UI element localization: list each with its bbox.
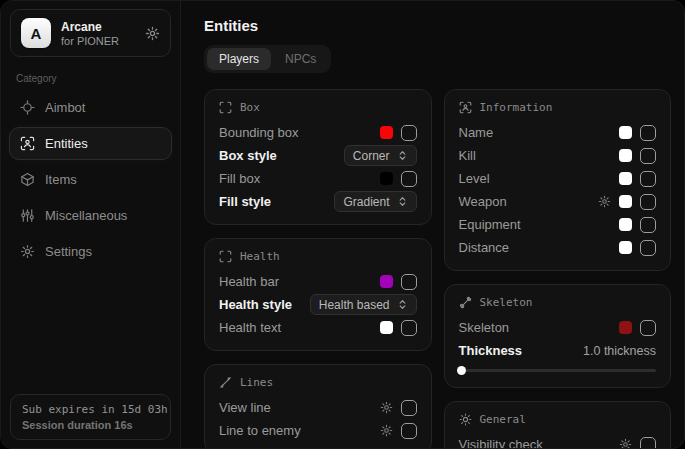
checkbox[interactable] — [401, 423, 417, 439]
gear-icon[interactable] — [380, 424, 393, 437]
selected-value: Corner — [353, 149, 390, 163]
row-label: Fill style — [219, 194, 334, 209]
row-health-bar: Health bar — [219, 270, 417, 293]
checkbox[interactable] — [401, 274, 417, 290]
color-swatch[interactable] — [380, 275, 393, 288]
row-label: Kill — [459, 148, 620, 163]
color-swatch[interactable] — [380, 172, 393, 185]
color-swatch[interactable] — [619, 172, 632, 185]
panel-title: General — [480, 413, 526, 426]
checkbox[interactable] — [640, 194, 656, 210]
row-label: Equipment — [459, 217, 620, 232]
color-swatch[interactable] — [619, 126, 632, 139]
row-label: Box style — [219, 148, 344, 163]
subscription-info-card: Sub expires in 15d 03h Session duration … — [10, 394, 171, 440]
color-swatch[interactable] — [619, 321, 632, 334]
scan-icon — [20, 136, 35, 151]
row-thickness: Thickness 1.0 thickness — [459, 339, 657, 362]
row-label: Name — [459, 125, 620, 140]
checkbox[interactable] — [640, 320, 656, 336]
row-bounding-box: Bounding box — [219, 121, 417, 144]
sidebar-item-label: Aimbot — [45, 100, 85, 115]
health-brackets-icon — [219, 250, 232, 263]
tab-players[interactable]: Players — [207, 48, 271, 70]
checkbox[interactable] — [640, 240, 656, 256]
color-swatch[interactable] — [619, 195, 632, 208]
category-label: Category — [16, 73, 165, 84]
row-distance: Distance — [459, 236, 657, 259]
sidebar-nav: Aimbot Entities Items — [1, 91, 180, 268]
brand-card: A Arcane for PIONER — [10, 9, 171, 57]
sidebar-item-items[interactable]: Items — [9, 163, 172, 196]
row-health-style: Health style Health based — [219, 293, 417, 316]
checkbox[interactable] — [401, 400, 417, 416]
checkbox[interactable] — [401, 320, 417, 336]
color-swatch[interactable] — [619, 218, 632, 231]
gear-icon — [20, 244, 35, 259]
color-swatch[interactable] — [619, 149, 632, 162]
row-label: Level — [459, 171, 620, 186]
checkbox[interactable] — [640, 148, 656, 164]
row-skeleton: Skeleton — [459, 316, 657, 339]
thickness-slider[interactable] — [459, 369, 657, 372]
row-name: Name — [459, 121, 657, 144]
info-scan-icon — [459, 101, 472, 114]
panel-box: Box Bounding box Box style Corne — [204, 89, 432, 225]
color-swatch[interactable] — [619, 241, 632, 254]
fill-style-select[interactable]: Gradient — [334, 191, 416, 212]
row-equipment: Equipment — [459, 213, 657, 236]
sidebar-item-miscellaneous[interactable]: Miscellaneous — [9, 199, 172, 232]
box-style-select[interactable]: Corner — [344, 145, 417, 166]
row-box-style: Box style Corner — [219, 144, 417, 167]
sidebar-item-settings[interactable]: Settings — [9, 235, 172, 268]
checkbox[interactable] — [640, 217, 656, 233]
health-style-select[interactable]: Health based — [310, 294, 417, 315]
row-fill-style: Fill style Gradient — [219, 190, 417, 213]
sidebar-item-label: Entities — [45, 136, 88, 151]
row-view-line: View line — [219, 396, 417, 419]
checkbox[interactable] — [640, 125, 656, 141]
checkbox[interactable] — [640, 171, 656, 187]
row-label: Weapon — [459, 194, 599, 209]
sidebar-item-label: Items — [45, 172, 77, 187]
row-weapon: Weapon — [459, 190, 657, 213]
gear-icon[interactable] — [598, 195, 611, 208]
panel-health: Health Health bar Health style H — [204, 238, 432, 351]
row-label: Distance — [459, 240, 620, 255]
sidebar-item-label: Settings — [45, 244, 92, 259]
gear-icon[interactable] — [145, 26, 160, 41]
panel-title: Health — [240, 250, 280, 263]
row-label: View line — [219, 400, 380, 415]
package-icon — [20, 172, 35, 187]
panel-skeleton: Skeleton Skeleton Thickness 1.0 thicknes… — [444, 284, 672, 388]
tab-group: Players NPCs — [204, 45, 331, 73]
sidebar-item-aimbot[interactable]: Aimbot — [9, 91, 172, 124]
crosshair-icon — [20, 100, 35, 115]
brand-logo: A — [21, 18, 51, 48]
sub-expires-text: Sub expires in 15d 03h — [22, 403, 159, 416]
brand-name: Arcane — [61, 20, 119, 34]
session-duration-text: Session duration 16s — [22, 419, 159, 431]
panel-lines: Lines View line — [204, 364, 432, 448]
row-line-to-enemy: Line to enemy — [219, 419, 417, 442]
tab-npcs[interactable]: NPCs — [273, 48, 328, 70]
color-swatch[interactable] — [380, 126, 393, 139]
panel-title: Information — [480, 101, 553, 114]
row-label: Health bar — [219, 274, 380, 289]
slider-thumb[interactable] — [457, 366, 466, 375]
checkbox[interactable] — [401, 125, 417, 141]
sidebar-item-entities[interactable]: Entities — [9, 127, 172, 160]
color-swatch[interactable] — [380, 321, 393, 334]
app-window: A Arcane for PIONER Category Aim — [0, 0, 685, 449]
sidebar-item-label: Miscellaneous — [45, 208, 127, 223]
row-level: Level — [459, 167, 657, 190]
gear-icon[interactable] — [619, 438, 632, 448]
checkbox[interactable] — [401, 171, 417, 187]
panel-title: Skeleton — [480, 296, 533, 309]
row-health-text: Health text — [219, 316, 417, 339]
checkbox[interactable] — [640, 437, 656, 449]
brand-subtitle: for PIONER — [61, 35, 119, 47]
gear-icon[interactable] — [380, 401, 393, 414]
row-label: Thickness — [459, 343, 584, 358]
sidebar: A Arcane for PIONER Category Aim — [1, 1, 181, 448]
